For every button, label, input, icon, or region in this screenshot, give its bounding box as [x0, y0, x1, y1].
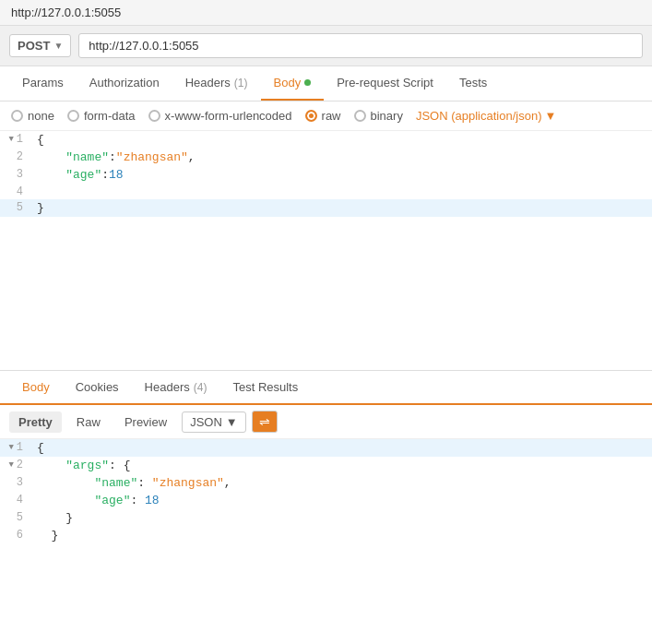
request-line-3: 3 "age":18 [0, 166, 652, 184]
resp-line-content-4: "age": 18 [32, 493, 652, 508]
wrap-button[interactable]: ⇌ [252, 411, 278, 433]
resp-line-number-2: ▼2 [0, 458, 32, 471]
radio-xwww-label: x-www-form-urlencoded [165, 109, 292, 123]
radio-none-circle [11, 110, 23, 122]
url-input[interactable] [78, 33, 643, 58]
response-line-6: 6 } [0, 527, 652, 544]
tab-headers-badge: (1) [234, 77, 248, 89]
format-bar: Pretty Raw Preview JSON ▼ ⇌ [0, 405, 652, 439]
response-line-1: ▼1{ [0, 439, 652, 457]
response-line-3: 3 "name": "zhangsan", [0, 474, 652, 492]
line-number-2: 2 [0, 149, 32, 163]
json-type-select[interactable]: JSON (application/json) ▼ [416, 109, 556, 123]
line-number-3: 3 [0, 167, 32, 181]
radio-formdata-circle [67, 110, 79, 122]
json-type-arrow: ▼ [544, 109, 556, 123]
tab-tests[interactable]: Tests [446, 66, 500, 101]
radio-raw-label: raw [322, 109, 341, 123]
resp-line-content-1: { [32, 440, 652, 456]
request-line-1: ▼1{ [0, 131, 652, 149]
response-tab-headers[interactable]: Headers (4) [132, 371, 220, 405]
json-select[interactable]: JSON ▼ [182, 411, 246, 433]
tab-prerequest-label: Pre-request Script [337, 76, 433, 89]
radio-raw[interactable]: raw [305, 109, 341, 123]
radio-xwww[interactable]: x-www-form-urlencoded [148, 109, 292, 123]
url-bar: POST ▼ [0, 26, 652, 66]
request-tabs: Params Authorization Headers (1) Body Pr… [0, 66, 652, 101]
resp-line-number-5: 5 [0, 510, 32, 524]
radio-binary-circle [354, 110, 366, 122]
response-section: Body Cookies Headers (4) Test Results Pr… [0, 371, 652, 550]
tab-params-label: Params [22, 76, 64, 89]
line-number-1: ▼1 [0, 132, 32, 146]
line-content-4 [32, 185, 652, 186]
response-tab-headers-badge: (4) [194, 381, 207, 394]
wrap-icon: ⇌ [259, 414, 270, 429]
tab-params[interactable]: Params [9, 66, 77, 101]
line-content-1: { [32, 132, 652, 148]
tab-headers[interactable]: Headers (1) [172, 66, 261, 101]
resp-line-number-3: 3 [0, 475, 32, 489]
line-content-5: } [32, 200, 652, 216]
resp-line-content-3: "name": "zhangsan", [32, 475, 652, 491]
response-tab-cookies-label: Cookies [76, 380, 119, 394]
line-number-5: 5 [0, 200, 32, 214]
format-pretty[interactable]: Pretty [9, 411, 62, 433]
title-bar: http://127.0.0.1:5055 [0, 0, 652, 26]
line-number-4: 4 [0, 185, 32, 198]
response-tabs: Body Cookies Headers (4) Test Results [0, 371, 652, 405]
request-line-5: 5} [0, 199, 652, 217]
resp-line-number-1: ▼1 [0, 440, 32, 454]
json-select-label: JSON [190, 415, 222, 429]
request-line-2: 2 "name":"zhangsan", [0, 149, 652, 166]
response-tab-headers-label: Headers [145, 380, 190, 394]
tab-headers-label: Headers [185, 76, 231, 89]
format-preview[interactable]: Preview [115, 411, 176, 433]
tab-body-label: Body [274, 76, 302, 89]
radio-none-label: none [28, 109, 54, 123]
response-tab-testresults[interactable]: Test Results [219, 371, 311, 405]
response-tab-testresults-label: Test Results [232, 380, 298, 394]
json-type-label: JSON (application/json) [416, 109, 542, 123]
request-code-editor[interactable]: ▼1{2 "name":"zhangsan",3 "age":1845} [0, 131, 652, 371]
resp-line-content-2: "args": { [32, 458, 652, 473]
fold-arrow-1[interactable]: ▼ [8, 135, 13, 144]
resp-line-number-6: 6 [0, 528, 32, 542]
tab-tests-label: Tests [459, 76, 487, 89]
resp-fold-arrow-1[interactable]: ▼ [8, 443, 13, 452]
json-select-arrow: ▼ [226, 415, 238, 429]
response-tab-body-label: Body [22, 380, 50, 394]
response-line-4: 4 "age": 18 [0, 492, 652, 509]
radio-raw-circle [305, 110, 317, 122]
resp-line-content-5: } [32, 510, 652, 526]
radio-none[interactable]: none [11, 109, 54, 123]
response-tab-cookies[interactable]: Cookies [63, 371, 132, 405]
resp-line-number-4: 4 [0, 493, 32, 507]
title-url: http://127.0.0.1:5055 [11, 6, 121, 19]
method-select[interactable]: POST ▼ [9, 34, 71, 57]
body-dot [304, 79, 311, 86]
method-arrow: ▼ [53, 41, 63, 51]
format-raw[interactable]: Raw [67, 411, 110, 433]
request-line-4: 4 [0, 184, 652, 199]
tab-authorization[interactable]: Authorization [77, 66, 172, 101]
radio-row: none form-data x-www-form-urlencoded raw… [0, 101, 652, 131]
radio-formdata[interactable]: form-data [67, 109, 136, 123]
response-line-2: ▼2 "args": { [0, 457, 652, 474]
tab-authorization-label: Authorization [89, 76, 160, 89]
radio-binary-label: binary [371, 109, 403, 123]
method-label: POST [18, 39, 50, 53]
radio-binary[interactable]: binary [354, 109, 403, 123]
tab-prerequest[interactable]: Pre-request Script [324, 66, 446, 101]
radio-xwww-circle [148, 110, 160, 122]
response-line-5: 5 } [0, 509, 652, 527]
line-content-2: "name":"zhangsan", [32, 149, 652, 165]
tab-body[interactable]: Body [261, 66, 325, 101]
resp-line-content-6: } [32, 528, 652, 543]
radio-formdata-label: form-data [84, 109, 136, 123]
resp-fold-arrow-2[interactable]: ▼ [8, 460, 13, 470]
response-tab-body[interactable]: Body [9, 371, 63, 405]
line-content-3: "age":18 [32, 167, 652, 183]
response-code-editor[interactable]: ▼1{▼2 "args": {3 "name": "zhangsan",4 "a… [0, 439, 652, 550]
